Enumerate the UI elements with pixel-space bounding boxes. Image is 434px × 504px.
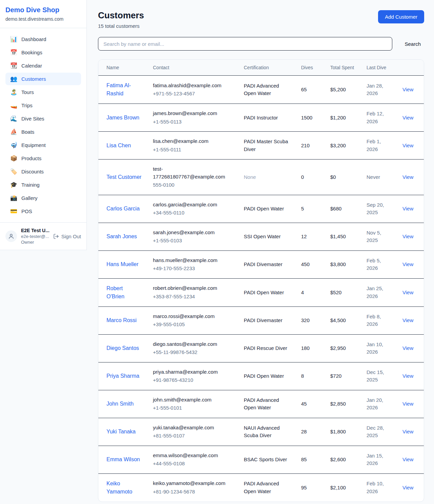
table-row: Sarah Jones sarah.jones@example.com +1-5… xyxy=(98,223,424,250)
sidebar: Demo Dive Shop demo.test.divestreams.com… xyxy=(0,0,87,250)
add-customer-button[interactable]: Add Customer xyxy=(378,10,424,23)
view-customer-link[interactable]: View xyxy=(402,115,413,120)
page-header: Customers 15 total customers Add Custome… xyxy=(98,10,424,29)
customer-email: robert.obrien@example.com xyxy=(153,284,233,292)
column-header: Name xyxy=(98,60,147,76)
customer-certification: None xyxy=(244,174,256,180)
sidebar-item-boats[interactable]: ⛵ Boats xyxy=(5,126,81,138)
customer-name-link[interactable]: Yuki Tanaka xyxy=(106,429,136,434)
customer-email: hans.mueller@example.com xyxy=(153,257,233,264)
customer-phone: +1-555-0101 xyxy=(153,404,233,412)
sidebar-item-calendar[interactable]: 📆 Calendar xyxy=(5,59,81,72)
sign-out-button[interactable]: Sign Out xyxy=(53,234,81,239)
customer-phone: +81-90-1234-5678 xyxy=(153,488,233,496)
customer-certification: PADI Open Water xyxy=(244,206,284,211)
view-customer-link[interactable]: View xyxy=(402,206,413,211)
column-header: Dives xyxy=(296,60,325,76)
customer-certification: PADI Advanced Open Water xyxy=(244,397,279,411)
customer-phone: +39-555-0105 xyxy=(153,321,233,329)
sidebar-item-pos[interactable]: 💳 POS xyxy=(5,205,81,218)
sidebar-item-label: Equipment xyxy=(21,142,46,148)
customer-name-link[interactable]: Priya Sharma xyxy=(106,373,139,379)
customer-last-dive: Feb 5, 2026 xyxy=(367,258,381,271)
customer-certification: PADI Advanced Open Water xyxy=(244,481,279,494)
customer-name-link[interactable]: Hans Mueller xyxy=(106,261,138,267)
customer-email: test-1772681807767@example.com xyxy=(153,165,233,181)
customer-name-link[interactable]: James Brown xyxy=(106,115,139,120)
view-customer-link[interactable]: View xyxy=(402,345,413,351)
column-header: Contact xyxy=(147,60,238,76)
customer-email: yuki.tanaka@example.com xyxy=(153,424,233,432)
customer-name-link[interactable]: Carlos Garcia xyxy=(106,206,140,211)
sidebar-item-label: Boats xyxy=(21,129,34,135)
customer-certification: NAUI Advanced Scuba Diver xyxy=(244,425,280,438)
search-input[interactable] xyxy=(98,37,392,51)
customer-name-link[interactable]: Fatima Al-Rashid xyxy=(106,82,131,96)
sidebar-item-bookings[interactable]: 📅 Bookings xyxy=(5,46,81,59)
customer-name-link[interactable]: Emma Wilson xyxy=(106,456,140,462)
view-customer-link[interactable]: View xyxy=(402,401,413,407)
bar-chart-icon: 📊 xyxy=(10,36,17,42)
customer-last-dive: Nov 5, 2025 xyxy=(367,230,381,243)
graduation-cap-icon: 🎓 xyxy=(10,182,17,188)
sidebar-item-customers[interactable]: 👥 Customers xyxy=(5,73,81,85)
view-customer-link[interactable]: View xyxy=(402,317,413,323)
sidebar-item-gallery[interactable]: 📸 Gallery xyxy=(5,192,81,204)
customer-last-dive: Never xyxy=(367,174,380,180)
customer-name-link[interactable]: Diego Santos xyxy=(106,345,139,351)
sidebar-item-trips[interactable]: 🚤 Trips xyxy=(5,99,81,112)
sidebar-item-dashboard[interactable]: 📊 Dashboard xyxy=(5,33,81,45)
view-customer-link[interactable]: View xyxy=(402,485,413,490)
customer-name-link[interactable]: John Smith xyxy=(106,401,134,407)
customer-certification: PADI Open Water xyxy=(244,290,284,295)
view-customer-link[interactable]: View xyxy=(402,234,413,239)
customer-email: priya.sharma@example.com xyxy=(153,368,233,376)
customer-name-link[interactable]: Test Customer xyxy=(106,174,141,180)
customer-dives: 210 xyxy=(301,143,310,148)
user-role: Owner xyxy=(21,240,49,245)
view-customer-link[interactable]: View xyxy=(402,261,413,267)
view-customer-link[interactable]: View xyxy=(402,290,413,295)
customer-last-dive: Dec 28, 2025 xyxy=(367,425,384,438)
customer-phone: +1-555-0113 xyxy=(153,118,233,126)
customer-name-link[interactable]: Sarah Jones xyxy=(106,234,137,239)
customer-certification: PADI Instructor xyxy=(244,115,278,120)
customer-dives: 320 xyxy=(301,317,310,323)
customer-name-link[interactable]: Keiko Yamamoto xyxy=(106,481,132,494)
customer-phone: +971-55-123-4567 xyxy=(153,90,233,98)
view-customer-link[interactable]: View xyxy=(402,373,413,379)
customer-total-spent: $720 xyxy=(330,373,341,379)
customer-dives: 12 xyxy=(301,234,307,239)
calendar-date-icon: 📅 xyxy=(10,50,17,55)
customer-total-spent: $2,600 xyxy=(330,456,346,462)
sidebar-item-tours[interactable]: 🏝️ Tours xyxy=(5,86,81,98)
view-customer-link[interactable]: View xyxy=(402,429,413,434)
customer-certification: PADI Open Water xyxy=(244,373,284,379)
sidebar-item-discounts[interactable]: 🏷️ Discounts xyxy=(5,165,81,178)
sidebar-item-products[interactable]: 📦 Products xyxy=(5,152,81,165)
table-row: Priya Sharma priya.sharma@example.com +9… xyxy=(98,362,424,390)
sidebar-item-dive-sites[interactable]: 🌊 Dive Sites xyxy=(5,112,81,125)
view-customer-link[interactable]: View xyxy=(402,87,413,92)
customer-total-spent: $2,950 xyxy=(330,345,346,351)
table-row: Fatima Al-Rashid fatima.alrashid@example… xyxy=(98,76,424,104)
table-row: Yuki Tanaka yuki.tanaka@example.com +81-… xyxy=(98,418,424,446)
customer-dives: 4 xyxy=(301,290,304,295)
view-customer-link[interactable]: View xyxy=(402,143,413,148)
sailboat-icon: ⛵ xyxy=(10,129,17,135)
customer-last-dive: Feb 1, 2026 xyxy=(367,138,381,152)
view-customer-link[interactable]: View xyxy=(402,456,413,462)
sidebar-item-equipment[interactable]: 🤿 Equipment xyxy=(5,139,81,151)
customer-name-link[interactable]: Robert O'Brien xyxy=(106,285,124,299)
customer-certification: PADI Rescue Diver xyxy=(244,345,287,351)
credit-card-icon: 💳 xyxy=(10,208,17,214)
sidebar-item-training[interactable]: 🎓 Training xyxy=(5,179,81,191)
search-button[interactable]: Search xyxy=(401,39,424,49)
customers-table-card: NameContactCertificationDivesTotal Spent… xyxy=(98,59,424,502)
customer-last-dive: Sep 20, 2025 xyxy=(367,202,384,216)
customer-name-link[interactable]: Marco Rossi xyxy=(106,317,137,323)
customer-phone: +353-87-555-1234 xyxy=(153,293,233,301)
customer-name-link[interactable]: Lisa Chen xyxy=(106,143,131,148)
view-customer-link[interactable]: View xyxy=(402,174,413,180)
avatar xyxy=(5,230,17,242)
